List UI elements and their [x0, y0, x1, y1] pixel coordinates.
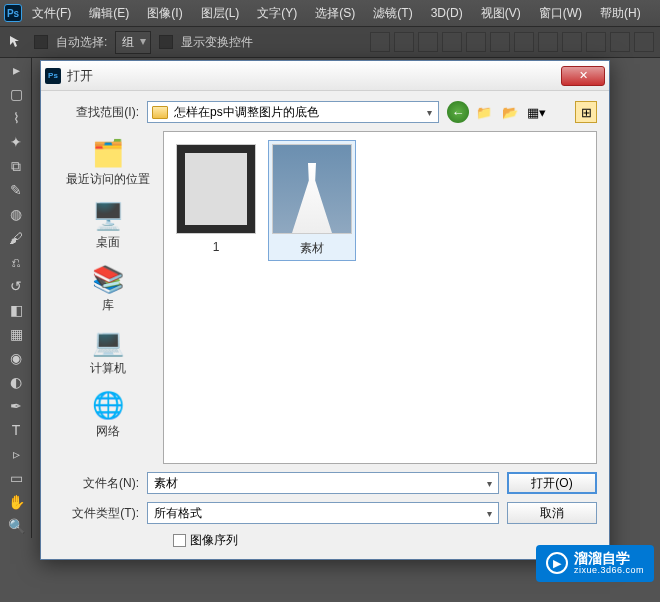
show-transform-checkbox[interactable] — [159, 35, 173, 49]
filetype-select[interactable]: 所有格式 — [147, 502, 499, 524]
open-dialog: Ps 打开 ✕ 查找范围(I): 怎样在ps中调整图片的底色 ← 📁 📂 ▦▾ … — [40, 60, 610, 560]
align-btn[interactable] — [442, 32, 462, 52]
file-item-selected[interactable]: 素材 — [268, 140, 356, 261]
lookin-value: 怎样在ps中调整图片的底色 — [174, 104, 434, 121]
play-icon: ▶ — [546, 552, 568, 574]
place-desktop[interactable]: 🖥️ 桌面 — [53, 194, 163, 257]
align-btn[interactable] — [490, 32, 510, 52]
tool-path[interactable]: ▹ — [0, 442, 32, 466]
group-select[interactable]: 组 — [115, 31, 151, 54]
tool-eraser[interactable]: ◧ — [0, 298, 32, 322]
tool-eyedropper[interactable]: ✎ — [0, 178, 32, 202]
tool-history[interactable]: ↺ — [0, 274, 32, 298]
image-sequence-label: 图像序列 — [190, 532, 238, 549]
options-bar: 自动选择: 组 显示变换控件 — [0, 26, 660, 58]
places-bar: 🗂️ 最近访问的位置 🖥️ 桌面 📚 库 💻 计算机 🌐 网络 — [53, 131, 163, 464]
menu-view[interactable]: 视图(V) — [473, 1, 529, 26]
dialog-titlebar: Ps 打开 ✕ — [41, 61, 609, 91]
tool-gradient[interactable]: ▦ — [0, 322, 32, 346]
menu-text[interactable]: 文字(Y) — [249, 1, 305, 26]
network-icon: 🌐 — [90, 389, 126, 421]
tool-marquee[interactable]: ▢ — [0, 82, 32, 106]
menu-3d[interactable]: 3D(D) — [423, 2, 471, 24]
tool-stamp[interactable]: ⎌ — [0, 250, 32, 274]
library-icon: 📚 — [90, 263, 126, 295]
tool-brush[interactable]: 🖌 — [0, 226, 32, 250]
ps-logo-icon: Ps — [4, 4, 22, 22]
filetype-label: 文件类型(T): — [53, 505, 139, 522]
auto-select-label: 自动选择: — [56, 34, 107, 51]
align-btn[interactable] — [370, 32, 390, 52]
filename-label: 文件名(N): — [53, 475, 139, 492]
file-item[interactable]: 1 — [172, 140, 260, 258]
tool-hand[interactable]: ✋ — [0, 490, 32, 514]
menu-image[interactable]: 图像(I) — [139, 1, 190, 26]
image-sequence-checkbox[interactable] — [173, 534, 186, 547]
menu-window[interactable]: 窗口(W) — [531, 1, 590, 26]
file-name: 素材 — [300, 240, 324, 257]
tool-shape[interactable]: ▭ — [0, 466, 32, 490]
menu-filter[interactable]: 滤镜(T) — [365, 1, 420, 26]
align-btn[interactable] — [466, 32, 486, 52]
ps-menu-bar: Ps 文件(F) 编辑(E) 图像(I) 图层(L) 文字(Y) 选择(S) 滤… — [0, 0, 660, 26]
place-network[interactable]: 🌐 网络 — [53, 383, 163, 446]
lookin-dropdown[interactable]: 怎样在ps中调整图片的底色 — [147, 101, 439, 123]
tool-dodge[interactable]: ◐ — [0, 370, 32, 394]
tool-text[interactable]: T — [0, 418, 32, 442]
menu-file[interactable]: 文件(F) — [24, 1, 79, 26]
file-name: 1 — [213, 240, 220, 254]
tool-move[interactable]: ▸ — [0, 58, 32, 82]
dialog-title: 打开 — [67, 67, 561, 85]
cancel-button[interactable]: 取消 — [507, 502, 597, 524]
move-tool-icon — [6, 32, 26, 52]
extra-button[interactable]: ⊞ — [575, 101, 597, 123]
file-thumbnail — [272, 144, 352, 234]
menu-edit[interactable]: 编辑(E) — [81, 1, 137, 26]
lookin-label: 查找范围(I): — [53, 104, 139, 121]
align-buttons — [370, 32, 654, 52]
folder-icon — [152, 106, 168, 119]
align-btn[interactable] — [562, 32, 582, 52]
computer-icon: 💻 — [90, 326, 126, 358]
new-folder-button[interactable]: 📂 — [499, 101, 521, 123]
tool-healing[interactable]: ◍ — [0, 202, 32, 226]
menu-select[interactable]: 选择(S) — [307, 1, 363, 26]
watermark-sub: zixue.3d66.com — [574, 566, 644, 576]
place-library[interactable]: 📚 库 — [53, 257, 163, 320]
align-btn[interactable] — [634, 32, 654, 52]
tool-lasso[interactable]: ⌇ — [0, 106, 32, 130]
watermark: ▶ 溜溜自学 zixue.3d66.com — [536, 545, 654, 582]
tool-wand[interactable]: ✦ — [0, 130, 32, 154]
align-btn[interactable] — [538, 32, 558, 52]
open-button[interactable]: 打开(O) — [507, 472, 597, 494]
file-list[interactable]: 1 素材 — [163, 131, 597, 464]
align-btn[interactable] — [586, 32, 606, 52]
filename-input[interactable]: 素材 — [147, 472, 499, 494]
tool-zoom[interactable]: 🔍 — [0, 514, 32, 538]
auto-select-checkbox[interactable] — [34, 35, 48, 49]
align-btn[interactable] — [394, 32, 414, 52]
watermark-main: 溜溜自学 — [574, 551, 644, 566]
desktop-icon: 🖥️ — [90, 200, 126, 232]
align-btn[interactable] — [514, 32, 534, 52]
align-btn[interactable] — [418, 32, 438, 52]
tool-pen[interactable]: ✒ — [0, 394, 32, 418]
dialog-ps-icon: Ps — [45, 68, 61, 84]
menu-help[interactable]: 帮助(H) — [592, 1, 649, 26]
tool-blur[interactable]: ◉ — [0, 346, 32, 370]
place-recent[interactable]: 🗂️ 最近访问的位置 — [53, 131, 163, 194]
recent-icon: 🗂️ — [90, 137, 126, 169]
up-button[interactable]: 📁 — [473, 101, 495, 123]
place-computer[interactable]: 💻 计算机 — [53, 320, 163, 383]
menu-layer[interactable]: 图层(L) — [193, 1, 248, 26]
views-button[interactable]: ▦▾ — [525, 101, 547, 123]
close-button[interactable]: ✕ — [561, 66, 605, 86]
back-button[interactable]: ← — [447, 101, 469, 123]
align-btn[interactable] — [610, 32, 630, 52]
tool-crop[interactable]: ⧉ — [0, 154, 32, 178]
toolbox: ▸ ▢ ⌇ ✦ ⧉ ✎ ◍ 🖌 ⎌ ↺ ◧ ▦ ◉ ◐ ✒ T ▹ ▭ ✋ 🔍 — [0, 58, 32, 538]
show-transform-label: 显示变换控件 — [181, 34, 253, 51]
file-thumbnail — [176, 144, 256, 234]
